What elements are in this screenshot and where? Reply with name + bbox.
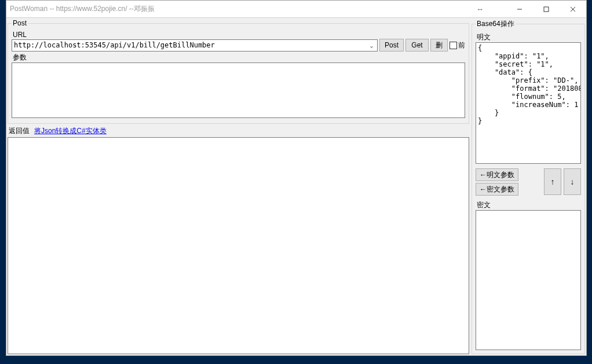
arrow-up-icon: ↑: [551, 177, 555, 186]
right-pane: Base64操作 明文 ←明文参数 ←密文参数 ↑ ↓ 密: [472, 19, 585, 354]
params-label: 参数: [12, 52, 465, 62]
close-button[interactable]: [560, 1, 586, 17]
get-button[interactable]: Get: [405, 39, 429, 52]
left-pane: Post URL http://localhost:53545/api/v1/b…: [8, 19, 469, 354]
ciphertext-input[interactable]: [476, 210, 581, 350]
return-output[interactable]: [8, 137, 469, 354]
titlebar: PostWoman -- https://www.52pojie.cn/ --邓…: [6, 1, 586, 18]
plaintext-input[interactable]: [476, 42, 581, 164]
return-section: 返回值 将Json转换成C#实体类: [8, 125, 469, 354]
decode-down-button[interactable]: ↓: [564, 168, 581, 195]
delete-button[interactable]: 删: [430, 39, 448, 52]
params-input[interactable]: [12, 62, 465, 118]
url-value: http://localhost:53545/api/v1/bill/getBi…: [14, 41, 215, 49]
url-row: http://localhost:53545/api/v1/bill/getBi…: [12, 39, 465, 52]
post-button[interactable]: Post: [379, 39, 404, 52]
minimize-button[interactable]: [506, 1, 533, 17]
param-buttons-col: ←明文参数 ←密文参数: [476, 168, 518, 196]
base64-group: Base64操作 明文 ←明文参数 ←密文参数 ↑ ↓ 密: [472, 19, 585, 354]
svg-rect-1: [544, 7, 549, 12]
return-label: 返回值: [9, 126, 30, 136]
chevron-down-icon[interactable]: ⌄: [367, 41, 376, 50]
app-window: PostWoman -- https://www.52pojie.cn/ --邓…: [6, 0, 587, 356]
front-checkbox-label: 前: [458, 41, 465, 50]
to-cipher-params-button[interactable]: ←密文参数: [476, 183, 518, 196]
encode-up-button[interactable]: ↑: [544, 168, 561, 195]
url-input[interactable]: http://localhost:53545/api/v1/bill/getBi…: [12, 39, 378, 52]
maximize-icon: [543, 6, 549, 12]
json-to-csharp-link[interactable]: 将Json转换成C#实体类: [34, 126, 107, 136]
post-group-legend: Post: [12, 19, 28, 27]
base64-group-legend: Base64操作: [476, 19, 516, 29]
window-controls: [506, 1, 586, 17]
window-title: PostWoman -- https://www.52pojie.cn/ --邓…: [10, 4, 155, 14]
return-header: 返回值 将Json转换成C#实体类: [8, 125, 469, 137]
plaintext-label: 明文: [476, 31, 581, 42]
maximize-button[interactable]: [533, 1, 560, 17]
ciphertext-label: 密文: [476, 199, 581, 210]
post-group: Post URL http://localhost:53545/api/v1/b…: [8, 19, 469, 124]
url-label: URL: [12, 30, 465, 39]
checkbox-icon: [450, 42, 457, 49]
transfer-buttons: ←明文参数 ←密文参数 ↑ ↓: [476, 167, 581, 199]
close-icon: [570, 6, 576, 12]
client-area: Post URL http://localhost:53545/api/v1/b…: [6, 18, 586, 355]
resize-handle-icon[interactable]: ↔: [467, 1, 494, 17]
to-plain-params-button[interactable]: ←明文参数: [476, 168, 518, 181]
arrow-down-icon: ↓: [571, 177, 575, 186]
minimize-icon: [517, 6, 522, 12]
front-checkbox[interactable]: 前: [450, 41, 465, 50]
